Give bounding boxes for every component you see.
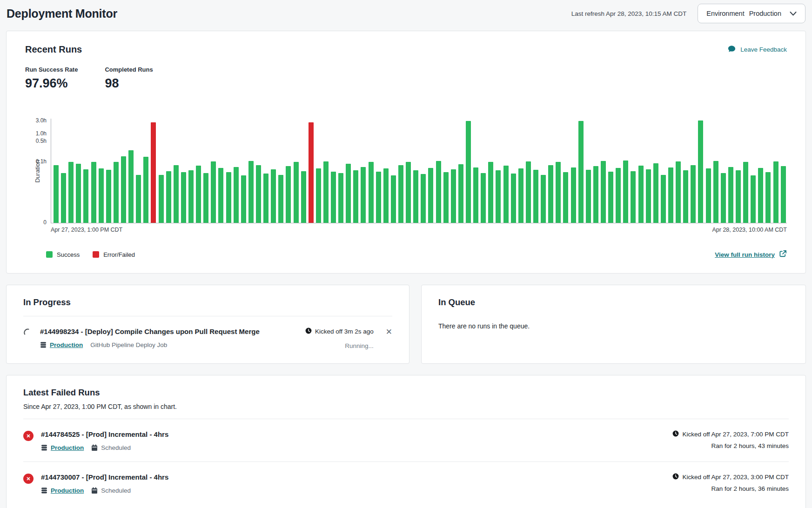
chart-bar-success[interactable] [533,170,538,223]
chart-bar-success[interactable] [76,164,81,223]
chart-bar-success[interactable] [323,161,329,223]
chart-bar-success[interactable] [608,172,613,223]
chart-bar-success[interactable] [369,162,374,223]
chart-bar-success[interactable] [713,161,718,223]
chart-bar-success[interactable] [83,169,88,223]
close-icon[interactable]: ✕ [386,328,392,336]
chart-bar-success[interactable] [773,161,778,223]
chart-bar-success[interactable] [616,168,621,223]
environment-dropdown[interactable]: Environment Production [698,4,805,23]
chart-bar-success[interactable] [421,174,426,223]
chart-bar-success[interactable] [136,175,141,223]
chart-bar-success[interactable] [61,173,66,223]
chart-bar-success[interactable] [406,162,411,223]
chart-bar-success[interactable] [248,161,254,223]
chart-bar-success[interactable] [128,150,134,223]
view-full-run-history-link[interactable]: View full run history [715,250,787,259]
chart-bar-success[interactable] [286,166,291,223]
chart-bar-success[interactable] [143,157,148,223]
chart-bar-success[interactable] [623,160,628,223]
chart-bar-success[interactable] [121,156,126,223]
chart-bar-success[interactable] [428,168,433,223]
chart-bar-success[interactable] [256,165,261,223]
chart-bar-success[interactable] [398,165,403,223]
chart-bar-success[interactable] [593,166,598,223]
chart-bar-success[interactable] [203,173,208,223]
chart-bar-success[interactable] [451,169,456,223]
chart-bar-success[interactable] [571,167,576,223]
chart-bar-success[interactable] [294,162,299,223]
chart-bar-success[interactable] [443,172,449,223]
chart-bar-success[interactable] [728,167,733,223]
chart-bar-success[interactable] [54,165,59,223]
chart-bar-success[interactable] [473,167,478,223]
chart-bar-success[interactable] [188,170,194,223]
chart-bar-success[interactable] [736,170,741,223]
chart-bar-success[interactable] [376,172,381,223]
chart-bar-success[interactable] [578,121,584,223]
chart-bar-success[interactable] [413,170,418,223]
chart-bar-success[interactable] [586,170,591,223]
chart-bar-success[interactable] [526,161,531,223]
chart-bar-success[interactable] [758,168,763,223]
chart-bar-success[interactable] [211,161,216,223]
leave-feedback-button[interactable]: Leave Feedback [727,45,787,54]
chart-bar-success[interactable] [646,169,651,223]
chart-bar-success[interactable] [458,164,463,223]
chart-bar-success[interactable] [541,175,546,223]
chart-bar-success[interactable] [661,175,666,223]
chart-bar-success[interactable] [361,167,366,223]
chart-bar-success[interactable] [99,168,104,223]
chart-bar-success[interactable] [114,162,119,223]
chart-bar-success[interactable] [683,170,688,223]
chart-bar-success[interactable] [383,168,389,223]
chart-bar-success[interactable] [174,165,179,223]
chart-bar-success[interactable] [181,172,186,223]
chart-bar-success[interactable] [271,169,276,223]
chart-bar-success[interactable] [391,175,396,223]
chart-bar-success[interactable] [106,170,111,223]
chart-bar-success[interactable] [496,170,501,223]
chart-bar-success[interactable] [503,166,509,223]
chart-bar-success[interactable] [196,166,201,223]
chart-bar-success[interactable] [638,166,644,223]
chart-bar-success[interactable] [263,174,268,223]
chart-bar-success[interactable] [159,175,164,223]
chart-bar-success[interactable] [68,162,74,223]
chart-bar-success[interactable] [548,165,553,223]
chart-bar-success[interactable] [668,167,673,223]
failed-run-environment-link[interactable]: Production [41,487,84,494]
chart-bar-success[interactable] [338,173,343,223]
chart-bar-success[interactable] [653,163,658,223]
chart-bar-success[interactable] [166,171,171,223]
chart-bar-success[interactable] [511,174,516,223]
chart-bar-success[interactable] [278,175,283,223]
chart-bar-success[interactable] [691,165,696,223]
chart-bar-success[interactable] [218,168,223,223]
chart-bar-success[interactable] [353,170,358,223]
chart-bar-success[interactable] [706,168,711,223]
chart-bar-success[interactable] [781,166,786,223]
chart-bar-success[interactable] [601,161,606,223]
chart-bar-success[interactable] [751,175,756,223]
chart-bar-success[interactable] [346,164,351,223]
chart-bar-failed[interactable] [151,122,156,223]
chart-bar-success[interactable] [631,171,636,223]
chart-bar-success[interactable] [563,172,568,223]
chart-bar-success[interactable] [488,162,493,223]
chart-bar-success[interactable] [301,171,306,223]
chart-bar-success[interactable] [518,168,523,223]
chart-bar-success[interactable] [481,173,486,223]
failed-run-environment-link[interactable]: Production [41,444,84,451]
in-progress-environment-link[interactable]: Production [40,341,83,348]
chart-bar-success[interactable] [765,172,771,223]
chart-bar-success[interactable] [226,172,231,223]
chart-bar-success[interactable] [698,120,703,223]
chart-bar-success[interactable] [743,162,748,223]
chart-bar-success[interactable] [234,167,239,223]
chart-bar-success[interactable] [241,175,246,223]
chart-bar-success[interactable] [556,162,561,223]
chart-bar-success[interactable] [331,172,336,223]
chart-bar-success[interactable] [436,161,441,223]
chart-bar-failed[interactable] [309,122,314,223]
